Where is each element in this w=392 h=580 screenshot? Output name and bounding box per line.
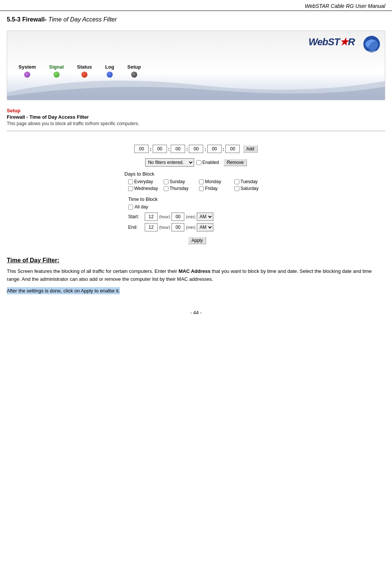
add-button[interactable]: Add bbox=[243, 145, 257, 153]
all-day-row: All day bbox=[128, 204, 268, 210]
log-dot bbox=[107, 72, 113, 78]
tof-section-heading: Time of Day Filter: bbox=[7, 257, 385, 264]
system-dot bbox=[24, 72, 30, 78]
mac-address-row: : : : : : Add bbox=[134, 145, 257, 153]
end-hour-label: (hour) bbox=[159, 225, 170, 230]
sa-logo-icon: Scientific Atlanta bbox=[362, 35, 381, 54]
remove-button[interactable]: Remove bbox=[224, 159, 247, 166]
nav-inner: System Signal Status Log Setup bbox=[7, 31, 385, 100]
nav-tab-setup[interactable]: Setup bbox=[127, 64, 141, 78]
nav-tab-log[interactable]: Log bbox=[105, 64, 114, 78]
filter-ui: : : : : : Add No filters entered. Enable… bbox=[7, 137, 385, 248]
monday-label: Monday bbox=[205, 179, 221, 184]
day-wednesday[interactable]: Wednesday bbox=[128, 186, 161, 191]
all-day-checkbox[interactable] bbox=[128, 205, 133, 210]
mac-sep-5: : bbox=[222, 146, 225, 152]
system-tab-label: System bbox=[18, 64, 36, 70]
mac-field-5[interactable] bbox=[207, 145, 222, 153]
page-footer: - 44 - bbox=[0, 310, 392, 323]
thursday-checkbox[interactable] bbox=[164, 186, 168, 191]
start-ampm-select[interactable]: AM PM bbox=[197, 213, 213, 221]
body-text-2: After the settings is done, click on App… bbox=[7, 287, 385, 295]
sunday-label: Sunday bbox=[170, 179, 185, 184]
all-day-label: All day bbox=[135, 204, 148, 210]
nav-tab-system[interactable]: System bbox=[18, 64, 36, 78]
end-min-input[interactable] bbox=[172, 223, 184, 231]
setup-tab-label: Setup bbox=[127, 64, 141, 70]
enabled-checkbox-label: Enabled bbox=[196, 160, 219, 165]
nav-tab-signal[interactable]: Signal bbox=[49, 64, 64, 78]
section-number: 5.5-3 Firewall- bbox=[7, 16, 47, 23]
saturday-checkbox[interactable] bbox=[234, 186, 239, 191]
signal-tab-label: Signal bbox=[49, 64, 64, 70]
apply-button[interactable]: Apply bbox=[188, 237, 206, 244]
manual-title: WebSTAR Cable RG User Manual bbox=[305, 3, 385, 9]
webstar-text: WebST★R bbox=[309, 36, 355, 48]
end-time-row: End: (hour) (min) AM PM bbox=[128, 223, 268, 231]
end-label: End: bbox=[128, 225, 143, 230]
setup-dot bbox=[131, 72, 137, 78]
mac-address-bold: MAC Address bbox=[179, 268, 211, 274]
day-saturday[interactable]: Saturday bbox=[234, 186, 268, 191]
section-name: Time of Day Access Filter bbox=[47, 16, 117, 23]
star-icon: ★ bbox=[340, 36, 348, 47]
start-time-row: Start: (hour) (min) AM PM bbox=[128, 213, 268, 221]
page-title: 5.5-3 Firewall- Time of Day Access Filte… bbox=[0, 11, 392, 27]
mac-field-3[interactable] bbox=[171, 145, 185, 153]
time-to-block-section: Time to Block All day Start: (hour) (min… bbox=[124, 196, 268, 234]
highlight-text: After the settings is done, click on App… bbox=[7, 287, 120, 294]
end-min-label: (min) bbox=[186, 225, 195, 230]
day-thursday[interactable]: Thursday bbox=[164, 186, 197, 191]
start-label: Start: bbox=[128, 214, 143, 219]
everyday-label: Everyday bbox=[134, 179, 153, 184]
wednesday-checkbox[interactable] bbox=[128, 186, 133, 191]
nav-tabs-row: System Signal Status Log Setup bbox=[18, 60, 154, 78]
mac-field-4[interactable] bbox=[189, 145, 203, 153]
status-tab-label: Status bbox=[77, 64, 92, 70]
end-ampm-select[interactable]: AM PM bbox=[197, 223, 213, 231]
start-hour-label: (hour) bbox=[159, 214, 170, 219]
mac-sep-1: : bbox=[149, 146, 152, 152]
tuesday-checkbox[interactable] bbox=[234, 179, 239, 184]
enabled-checkbox[interactable] bbox=[196, 160, 201, 165]
setup-label: Setup bbox=[7, 108, 385, 113]
sunday-checkbox[interactable] bbox=[164, 179, 168, 184]
body-text-1: This Screen features the blocking of all… bbox=[7, 268, 385, 283]
body-text-1-part1: This Screen features the blocking of all… bbox=[7, 268, 179, 274]
days-grid: Everyday Sunday Monday Tuesday Wednesday bbox=[124, 179, 268, 191]
mac-field-6[interactable] bbox=[225, 145, 240, 153]
scientific-atlanta-logo: Scientific Atlanta bbox=[362, 35, 381, 54]
days-to-block-section: Days to Block Everyday Sunday Monday Tue… bbox=[124, 171, 268, 196]
end-hour-input[interactable] bbox=[145, 223, 158, 231]
apply-row: Apply bbox=[186, 237, 206, 244]
monday-checkbox[interactable] bbox=[199, 179, 204, 184]
enabled-label: Enabled bbox=[202, 160, 219, 165]
friday-checkbox[interactable] bbox=[199, 186, 204, 191]
mac-field-2[interactable] bbox=[153, 145, 167, 153]
day-tuesday[interactable]: Tuesday bbox=[234, 179, 268, 184]
friday-label: Friday bbox=[205, 186, 217, 191]
page-number: - 44 - bbox=[190, 310, 202, 315]
filters-dropdown[interactable]: No filters entered. bbox=[145, 158, 194, 167]
day-sunday[interactable]: Sunday bbox=[164, 179, 197, 184]
day-friday[interactable]: Friday bbox=[199, 186, 232, 191]
setup-subtitle: Firewall - Time of Day Access Filter bbox=[7, 114, 385, 120]
day-everyday[interactable]: Everyday bbox=[128, 179, 161, 184]
webstar-logo: WebST★R bbox=[309, 36, 355, 48]
start-hour-input[interactable] bbox=[145, 213, 158, 221]
filter-controls-row: No filters entered. Enabled Remove bbox=[145, 158, 247, 167]
tuesday-label: Tuesday bbox=[240, 179, 258, 184]
day-monday[interactable]: Monday bbox=[199, 179, 232, 184]
everyday-checkbox[interactable] bbox=[128, 179, 133, 184]
main-content: System Signal Status Log Setup bbox=[0, 31, 392, 295]
mac-sep-4: : bbox=[204, 146, 206, 152]
mac-field-1[interactable] bbox=[134, 145, 149, 153]
setup-description: This page allows you to block all traffi… bbox=[7, 121, 385, 126]
start-min-input[interactable] bbox=[172, 213, 184, 221]
nav-tab-status[interactable]: Status bbox=[77, 64, 92, 78]
signal-dot bbox=[54, 72, 60, 78]
mac-sep-3: : bbox=[186, 146, 188, 152]
thursday-label: Thursday bbox=[170, 186, 188, 191]
days-to-block-title: Days to Block bbox=[124, 171, 268, 177]
mac-sep-2: : bbox=[168, 146, 170, 152]
